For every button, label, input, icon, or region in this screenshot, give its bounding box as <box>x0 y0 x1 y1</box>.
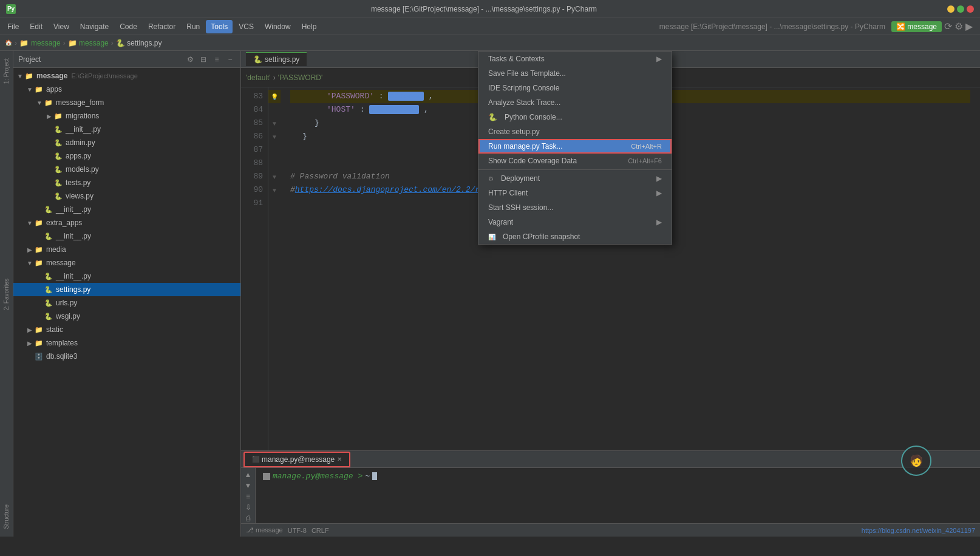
menu-item-save-template[interactable]: Save File as Template... <box>478 66 672 81</box>
menu-item-code-coverage[interactable]: Show Code Coverage Data Ctrl+Alt+F6 <box>478 154 672 168</box>
terminal-icon: ⬛ <box>252 456 259 463</box>
tree-item-init2[interactable]: ▶ 🐍 __init__.py <box>13 203 240 216</box>
project-panel-header: Project ⚙ ⊟ ≡ − <box>13 51 240 68</box>
app-icon: Py <box>6 4 16 14</box>
tree-item-apps-py[interactable]: ▶ 🐍 apps.py <box>13 149 240 163</box>
py-icon: 🐍 <box>53 164 63 174</box>
settings-icon[interactable]: ⚙ <box>954 21 963 32</box>
breadcrumb-label-3[interactable]: 🐍 settings.py <box>116 39 162 47</box>
fold-icon-86[interactable]: ▼ <box>271 134 277 140</box>
close-button[interactable] <box>967 5 974 13</box>
tree-item-migrations[interactable]: ▶ 📁 migrations <box>13 109 240 123</box>
tree-item-root[interactable]: ▼ 📁 message E:\GitProject\message <box>13 69 240 83</box>
menu-item-label: Deployment <box>501 174 540 183</box>
menu-window[interactable]: Window <box>260 20 296 33</box>
refresh-button[interactable]: ⟳ <box>944 21 952 32</box>
tree-item-media[interactable]: ▶ 📁 media <box>13 243 240 256</box>
run-icon[interactable]: ▶ <box>965 21 973 32</box>
menu-separator-1 <box>478 169 672 170</box>
tree-item-wsgi[interactable]: ▶ 🐍 wsgi.py <box>13 310 240 323</box>
tree-item-settings[interactable]: ▶ 🐍 settings.py <box>13 283 240 296</box>
tree-item-models[interactable]: ▶ 🐍 models.py <box>13 163 240 176</box>
menu-item-deployment[interactable]: ⚙ Deployment ▶ <box>478 171 672 186</box>
panel-tab-project[interactable]: 1: Project <box>2 56 11 86</box>
status-link[interactable]: https://blog.csdn.net/weixin_42041197 <box>862 527 975 534</box>
menu-item-label: Show Code Coverage Data <box>488 157 577 165</box>
branch-button[interactable]: 🔀 message <box>891 21 942 32</box>
menu-code[interactable]: Code <box>115 20 142 33</box>
menu-item-ssh[interactable]: Start SSH session... <box>478 200 672 215</box>
terminal-content[interactable]: manage.py@message > ~ <box>256 468 980 523</box>
menu-item-ide-scripting[interactable]: IDE Scripting Console <box>478 81 672 95</box>
maximize-button[interactable] <box>957 5 964 13</box>
terminal-btn-2[interactable]: ⇩ <box>243 503 253 512</box>
tree-item-message-form[interactable]: ▼ 📁 message_form <box>13 96 240 109</box>
fold-icon-83[interactable]: 💡 <box>271 93 278 100</box>
menu-item-analyze-stack[interactable]: Analyze Stack Trace... <box>478 95 672 110</box>
project-settings-icon[interactable]: ⚙ <box>185 54 196 65</box>
tree-item-views[interactable]: ▶ 🐍 views.py <box>13 189 240 203</box>
status-encoding: UTF-8 <box>288 527 307 534</box>
tree-item-db[interactable]: ▶ 🗄️ db.sqlite3 <box>13 350 240 363</box>
project-layout-icon[interactable]: ⊟ <box>198 54 209 65</box>
menu-item-run-manage[interactable]: Run manage.py Task... Ctrl+Alt+R <box>478 139 672 154</box>
menu-vcs[interactable]: VCS <box>234 20 259 33</box>
title-bar: Py message [E:\GitProject\message] - ...… <box>0 0 980 18</box>
minimize-button[interactable] <box>947 5 954 13</box>
menu-edit[interactable]: Edit <box>25 20 47 33</box>
tree-arrow: ▶ <box>26 339 34 347</box>
menu-item-cprofile[interactable]: 📊 Open CProfile snapshot <box>478 229 672 244</box>
tree-item-templates[interactable]: ▶ 📁 templates <box>13 336 240 350</box>
tree-label: templates <box>46 339 78 347</box>
shortcut-label: Ctrl+Alt+F6 <box>628 157 662 164</box>
tree-item-extra-apps[interactable]: ▼ 📁 extra_apps <box>13 216 240 229</box>
tree-item-admin[interactable]: ▶ 🐍 admin.py <box>13 136 240 149</box>
tree-item-message[interactable]: ▼ 📁 message <box>13 256 240 270</box>
floating-cursor-indicator: 🧑 <box>901 446 931 476</box>
terminal-scroll-up[interactable]: ▲ <box>243 470 253 479</box>
fold-icon-89[interactable]: ▼ <box>271 174 277 180</box>
terminal-tab-manage[interactable]: ⬛ manage.py@message ✕ <box>243 452 350 467</box>
menu-navigate[interactable]: Navigate <box>75 20 114 33</box>
menu-item-http-client[interactable]: HTTP Client ▶ <box>478 186 672 200</box>
project-minimize-icon[interactable]: − <box>225 54 236 65</box>
fold-icon-90[interactable]: ▼ <box>271 187 277 194</box>
tab-close-icon[interactable]: ✕ <box>337 456 342 463</box>
tree-item-tests[interactable]: ▶ 🐍 tests.py <box>13 176 240 189</box>
menu-help[interactable]: Help <box>297 20 322 33</box>
tree-item-apps[interactable]: ▼ 📁 apps <box>13 83 240 96</box>
menu-item-vagrant[interactable]: Vagrant ▶ <box>478 215 672 229</box>
folder-icon: 📁 <box>34 84 44 94</box>
py-icon: 🐍 <box>53 151 63 161</box>
menu-refactor[interactable]: Refactor <box>143 20 180 33</box>
tree-item-init1[interactable]: ▶ 🐍 __init__.py <box>13 123 240 136</box>
editor-area: 🐍 settings.py 'default' › 'PASSWORD' 83 … <box>241 51 980 537</box>
menu-item-create-setup[interactable]: Create setup.py <box>478 124 672 139</box>
panel-tab-structure[interactable]: Structure <box>2 502 11 532</box>
terminal-btn-1[interactable]: ≡ <box>243 492 253 501</box>
submenu-arrow-icon: ▶ <box>656 174 662 183</box>
tree-label: settings.py <box>56 285 90 294</box>
tree-item-static[interactable]: ▶ 📁 static <box>13 323 240 336</box>
breadcrumb-item-1[interactable]: 📁 <box>19 39 29 47</box>
menu-file[interactable]: File <box>2 20 24 33</box>
panel-tab-favorites[interactable]: 2: Favorites <box>2 276 11 313</box>
project-gear-icon[interactable]: ≡ <box>211 54 222 65</box>
tree-item-init3[interactable]: ▶ 🐍 __init__.py <box>13 229 240 243</box>
menu-item-tasks[interactable]: Tasks & Contexts ▶ <box>478 52 672 66</box>
submenu-arrow-icon: ▶ <box>656 189 662 197</box>
breadcrumb-label-1[interactable]: message <box>31 39 61 47</box>
menu-tools[interactable]: Tools <box>206 20 233 33</box>
tree-item-urls[interactable]: ▶ 🐍 urls.py <box>13 296 240 310</box>
breadcrumb-label-2[interactable]: 📁 message <box>68 39 109 47</box>
menu-item-python-console[interactable]: 🐍 Python Console... <box>478 110 672 124</box>
menu-view[interactable]: View <box>49 20 74 33</box>
editor-tab-settings[interactable]: 🐍 settings.py <box>246 52 307 66</box>
terminal-scroll-down[interactable]: ▼ <box>243 481 253 490</box>
py-icon: 🐍 <box>53 138 63 147</box>
shortcut-label: Ctrl+Alt+R <box>631 143 662 150</box>
tree-item-init4[interactable]: ▶ 🐍 __init__.py <box>13 270 240 283</box>
terminal-btn-3[interactable]: ⎙ <box>243 514 253 523</box>
menu-run[interactable]: Run <box>182 20 205 33</box>
fold-icon-85[interactable]: ▼ <box>271 120 277 127</box>
